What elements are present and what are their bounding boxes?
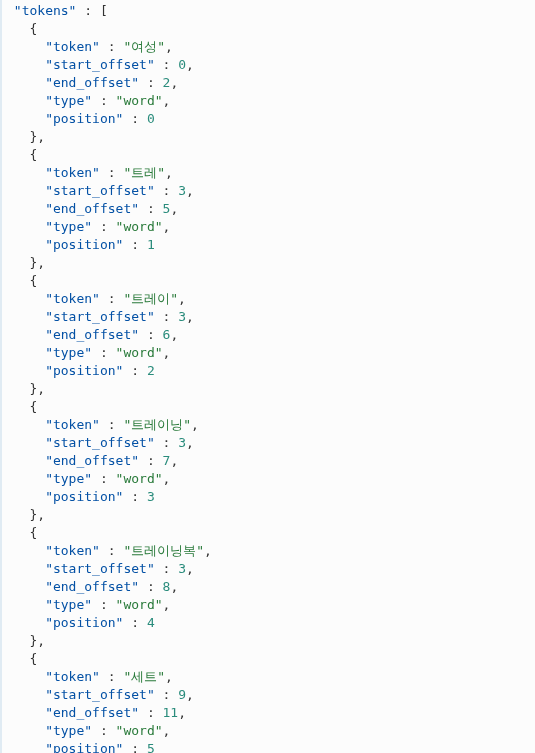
- code-block: "tokens" : [ { "token" : "여성", "start_of…: [0, 0, 535, 753]
